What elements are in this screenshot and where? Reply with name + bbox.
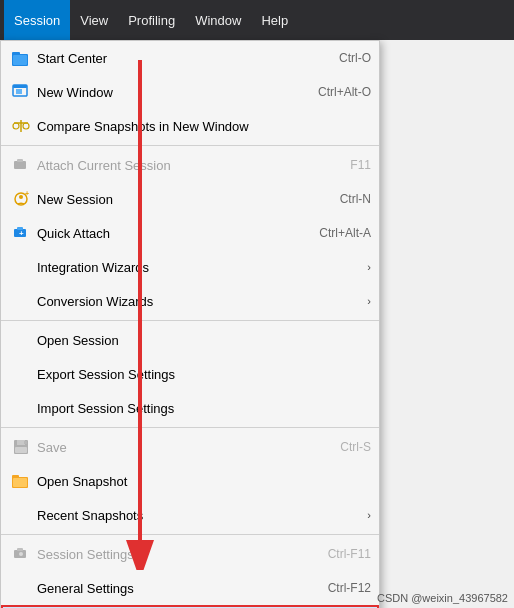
new-session-icon: + [9, 187, 33, 211]
no-icon-conversion [9, 289, 33, 313]
general-settings-label: General Settings [37, 581, 308, 596]
watermark: CSDN @weixin_43967582 [377, 592, 508, 604]
no-icon-export [9, 362, 33, 386]
menu-item-session-settings: Session Settings Ctrl-F11 [1, 537, 379, 571]
start-center-shortcut: Ctrl-O [339, 51, 371, 65]
svg-rect-5 [16, 89, 22, 94]
separator-2 [1, 320, 379, 321]
new-window-label: New Window [37, 85, 298, 100]
quick-attach-icon: + [9, 221, 33, 245]
menu-item-recent-snapshots[interactable]: Recent Snapshots › [1, 498, 379, 532]
menu-item-conversion-wizards[interactable]: Conversion Wizards › [1, 284, 379, 318]
svg-rect-21 [24, 441, 27, 444]
import-session-label: Import Session Settings [37, 401, 371, 416]
conversion-wizards-label: Conversion Wizards [37, 294, 363, 309]
menu-item-save: Save Ctrl-S [1, 430, 379, 464]
no-icon-import [9, 396, 33, 420]
menu-item-general-settings[interactable]: General Settings Ctrl-F12 [1, 571, 379, 605]
svg-rect-10 [14, 161, 26, 169]
folder-blue-icon [9, 46, 33, 70]
menu-item-attach-current: Attach Current Session F11 [1, 148, 379, 182]
session-settings-shortcut: Ctrl-F11 [328, 547, 371, 561]
compare-snapshots-label: Compare Snapshots in New Window [37, 119, 351, 134]
recent-snapshots-arrow: › [367, 509, 371, 521]
attach-current-shortcut: F11 [350, 158, 371, 172]
svg-rect-19 [17, 440, 25, 445]
svg-point-8 [13, 123, 19, 129]
open-snapshot-label: Open Snapshot [37, 474, 371, 489]
attach-gray-icon [9, 153, 33, 177]
svg-point-27 [19, 552, 23, 556]
general-settings-shortcut: Ctrl-F12 [328, 581, 371, 595]
folder-yellow-icon [9, 469, 33, 493]
menu-item-export-session[interactable]: Export Session Settings [1, 357, 379, 391]
no-icon-general-settings [9, 576, 33, 600]
svg-text:+: + [25, 191, 29, 197]
menu-item-open-snapshot[interactable]: Open Snapshot [1, 464, 379, 498]
save-gray-icon [9, 435, 33, 459]
new-session-label: New Session [37, 192, 320, 207]
separator-3 [1, 427, 379, 428]
integration-wizards-arrow: › [367, 261, 371, 273]
menu-item-compare-snapshots[interactable]: Compare Snapshots in New Window [1, 109, 379, 143]
integration-wizards-label: Integration Wizards [37, 260, 363, 275]
svg-rect-26 [17, 548, 23, 551]
window-blue-icon [9, 80, 33, 104]
svg-rect-4 [13, 85, 27, 88]
menu-item-new-session[interactable]: + New Session Ctrl-N [1, 182, 379, 216]
session-dropdown: Start Center Ctrl-O New Window Ctrl+Alt-… [0, 40, 380, 608]
attach-current-label: Attach Current Session [37, 158, 330, 173]
menu-item-import-session[interactable]: Import Session Settings [1, 391, 379, 425]
separator-1 [1, 145, 379, 146]
export-session-label: Export Session Settings [37, 367, 371, 382]
conversion-wizards-arrow: › [367, 295, 371, 307]
menu-item-open-session[interactable]: Open Session [1, 323, 379, 357]
svg-point-9 [23, 123, 29, 129]
menu-item-start-center[interactable]: Start Center Ctrl-O [1, 41, 379, 75]
svg-point-13 [19, 195, 23, 199]
save-shortcut: Ctrl-S [340, 440, 371, 454]
open-session-label: Open Session [37, 333, 371, 348]
no-icon-recent [9, 503, 33, 527]
settings-gray-icon [9, 542, 33, 566]
menu-session[interactable]: Session [4, 0, 70, 40]
menu-view[interactable]: View [70, 0, 118, 40]
new-window-shortcut: Ctrl+Alt-O [318, 85, 371, 99]
svg-rect-20 [15, 447, 27, 453]
save-label: Save [37, 440, 320, 455]
recent-snapshots-label: Recent Snapshots [37, 508, 363, 523]
quick-attach-label: Quick Attach [37, 226, 299, 241]
no-icon-open-session [9, 328, 33, 352]
svg-rect-2 [13, 55, 27, 65]
svg-rect-24 [13, 478, 27, 487]
quick-attach-shortcut: Ctrl+Alt-A [319, 226, 371, 240]
menu-window[interactable]: Window [185, 0, 251, 40]
new-session-shortcut: Ctrl-N [340, 192, 371, 206]
menu-profiling[interactable]: Profiling [118, 0, 185, 40]
start-center-label: Start Center [37, 51, 319, 66]
session-settings-label: Session Settings [37, 547, 308, 562]
menu-help[interactable]: Help [251, 0, 298, 40]
menu-item-integration-wizards[interactable]: Integration Wizards › [1, 250, 379, 284]
menu-item-new-window[interactable]: New Window Ctrl+Alt-O [1, 75, 379, 109]
menu-item-quick-attach[interactable]: + Quick Attach Ctrl+Alt-A [1, 216, 379, 250]
no-icon-integration [9, 255, 33, 279]
svg-rect-11 [17, 159, 23, 162]
scale-yellow-icon [9, 114, 33, 138]
svg-text:+: + [19, 229, 24, 238]
separator-4 [1, 534, 379, 535]
menu-bar: Session View Profiling Window Help [0, 0, 514, 40]
